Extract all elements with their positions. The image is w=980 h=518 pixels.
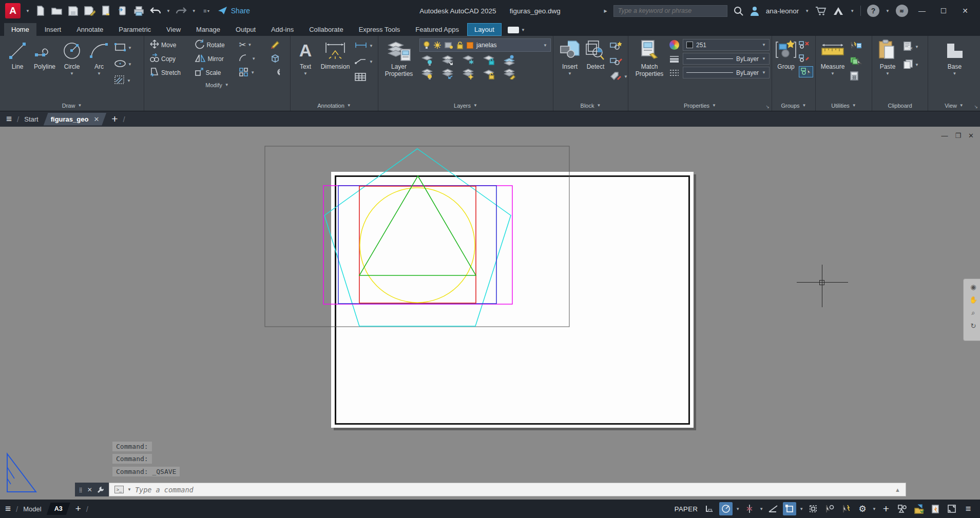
array-button[interactable]: ▼ [239, 66, 264, 79]
recent-commands-caret-icon[interactable]: ▼ [127, 487, 131, 492]
attributes-caret-icon[interactable]: ▼ [624, 74, 628, 79]
layer-vp-freeze-icon[interactable] [445, 42, 453, 49]
tab-view[interactable]: View [159, 23, 188, 36]
layer-dropdown-caret-icon[interactable]: ▼ [543, 43, 547, 48]
trim-button[interactable]: ✂▼ [239, 38, 264, 51]
quick-calc-icon[interactable] [850, 71, 859, 82]
linear-dimension-icon[interactable] [354, 42, 368, 50]
erase-button[interactable] [270, 38, 290, 51]
isometric-caret-icon[interactable]: ▼ [759, 507, 763, 511]
match-properties-button[interactable]: Match Properties [632, 38, 666, 100]
panel-label-annotation[interactable]: Annotation▼ [291, 100, 378, 111]
hardware-acceleration-icon[interactable] [929, 502, 942, 515]
fillet-button[interactable]: ▼ [239, 52, 264, 65]
ellipse-tool-icon[interactable] [114, 59, 126, 69]
group-selection-toggle-icon[interactable] [800, 67, 812, 77]
measure-caret-icon[interactable]: ▼ [831, 71, 835, 76]
offset-button[interactable] [270, 66, 290, 79]
clean-screen-icon[interactable] [945, 502, 958, 515]
polar-tracking-caret-icon[interactable]: ▼ [736, 507, 740, 511]
paste-button[interactable]: Paste▼ [876, 38, 899, 100]
maximize-button[interactable]: ☐ [936, 7, 951, 15]
panel-label-groups[interactable]: Groups▼ [772, 100, 815, 111]
annotation-visibility-icon[interactable] [823, 502, 836, 515]
text-caret-icon[interactable]: ▼ [303, 71, 308, 76]
zoom-icon[interactable]: ⌕ [971, 309, 975, 317]
tab-express-tools[interactable]: Express Tools [352, 23, 408, 36]
search-expand-caret-icon[interactable]: ▶ [604, 9, 607, 13]
tab-add-ins[interactable]: Add-ins [264, 23, 301, 36]
layer-on-bulb-icon[interactable] [423, 41, 430, 49]
move-button[interactable]: Move [149, 38, 189, 51]
layer-freeze-icon[interactable] [463, 54, 475, 66]
pan-icon[interactable]: ✋ [969, 296, 977, 304]
measure-button[interactable]: Measure▼ [819, 38, 847, 100]
command-input[interactable] [135, 486, 891, 494]
scale-button[interactable]: Scale [195, 66, 234, 79]
panel-label-view[interactable]: View▼↘ [928, 100, 980, 111]
assistant-icon[interactable]: ≋ [896, 5, 908, 17]
properties-expand-icon[interactable]: ↘ [765, 104, 770, 109]
viewport-restore-icon[interactable]: ❐ [955, 132, 961, 140]
viewport-close-icon[interactable]: ✕ [968, 132, 974, 140]
navigation-bar[interactable]: ◉ ✋ ⌕ ↻ [963, 278, 980, 341]
panel-label-utilities[interactable]: Utilities▼ [816, 100, 872, 111]
tab-start[interactable]: Start [24, 115, 38, 123]
annotation-scale-gear-icon[interactable]: ⚙ [856, 502, 869, 515]
rotate-button[interactable]: Rotate [195, 38, 234, 51]
open-web-mobile-icon[interactable] [101, 5, 112, 16]
array-caret-icon[interactable]: ▼ [251, 70, 255, 75]
search-icon[interactable] [734, 6, 743, 16]
help-icon[interactable]: ? [867, 5, 879, 17]
search-input[interactable] [618, 7, 723, 14]
customize-qat-icon[interactable]: ≡▼ [201, 5, 213, 16]
mirror-button[interactable]: Mirror [195, 52, 234, 65]
layer-thaw-sun-icon[interactable] [433, 41, 441, 49]
open-folder-icon[interactable] [51, 5, 63, 16]
workspace-plus-icon[interactable]: + [879, 502, 893, 515]
command-scroll-up-icon[interactable]: ▲ [895, 487, 900, 493]
line-button[interactable]: Line [5, 38, 30, 100]
color-wheel-icon[interactable] [669, 40, 679, 50]
panel-label-layers[interactable]: Layers▼ [378, 100, 553, 111]
explode-button[interactable] [270, 52, 290, 65]
tab-featured-apps[interactable]: Featured Apps [408, 23, 466, 36]
tab-output[interactable]: Output [228, 23, 263, 36]
base-caret-icon[interactable]: ▼ [953, 71, 957, 76]
arc-caret-icon[interactable]: ▼ [97, 71, 101, 76]
annotation-scale-caret-icon[interactable]: ▼ [872, 507, 876, 511]
linear-dim-caret-icon[interactable]: ▼ [369, 44, 373, 48]
panel-label-block[interactable]: Block▼ [553, 100, 628, 111]
trim-caret-icon[interactable]: ▼ [247, 43, 252, 47]
save-web-mobile-icon[interactable] [117, 5, 128, 16]
group-edit-icon[interactable] [799, 54, 810, 64]
object-snap-tracking-icon[interactable] [766, 502, 780, 515]
search-box[interactable] [613, 5, 727, 17]
dimension-button[interactable]: Dimension [319, 38, 351, 100]
layer-properties-button[interactable]: Layer Properties [382, 38, 415, 100]
copy-button[interactable]: Copy [149, 52, 189, 65]
command-close-icon[interactable]: ✕ [87, 486, 92, 493]
save-as-icon[interactable] [84, 5, 95, 16]
cut-icon[interactable]: ✂ [903, 42, 913, 52]
new-layout-button[interactable]: + [75, 503, 81, 514]
ungroup-icon[interactable] [799, 41, 810, 50]
tab-manage[interactable]: Manage [189, 23, 227, 36]
group-button[interactable]: Group [775, 38, 797, 100]
autocad-logo[interactable]: A [5, 3, 21, 18]
paste-caret-icon[interactable]: ▼ [886, 71, 890, 76]
polar-tracking-icon[interactable] [719, 502, 733, 515]
share-button[interactable]: Share [218, 6, 250, 15]
block-attributes-icon[interactable] [610, 71, 622, 82]
layer-match-icon[interactable] [504, 68, 516, 79]
store-cart-icon[interactable] [815, 6, 827, 16]
arc-button[interactable]: Arc▼ [87, 38, 111, 100]
leader-caret-icon[interactable]: ▼ [369, 59, 373, 64]
circle-button[interactable]: Circle▼ [60, 38, 84, 100]
table-icon[interactable] [354, 72, 367, 83]
ribbon-display-toggle[interactable]: ▼ [508, 27, 525, 33]
drawing-canvas[interactable]: — ❐ ✕ ◉ ✋ ⌕ ↻ Command: Command: Command:… [0, 127, 980, 500]
panel-label-modify[interactable]: Modify▼ [144, 79, 290, 90]
model-tab[interactable]: Model [23, 505, 41, 513]
customization-menu-icon[interactable]: ≡ [962, 502, 975, 515]
